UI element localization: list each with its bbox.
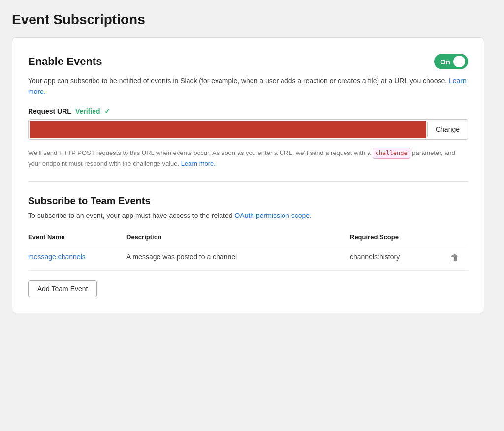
page-title: Event Subscriptions	[12, 12, 492, 28]
change-url-button[interactable]: Change	[427, 122, 468, 137]
toggle-label: On	[440, 58, 450, 66]
col-header-description: Description	[126, 229, 350, 246]
helper-text: We'll send HTTP POST requests to this UR…	[28, 148, 468, 169]
helper-learn-more-link[interactable]: Learn more.	[181, 160, 216, 167]
event-delete-cell: 🗑	[448, 246, 468, 270]
main-card: Enable Events On Your app can subscribe …	[12, 37, 484, 313]
event-name-cell: message.channels	[28, 246, 126, 270]
col-header-required-scope: Required Scope	[350, 229, 448, 246]
toggle-circle	[453, 56, 465, 67]
oauth-scope-link[interactable]: OAuth permission scope.	[234, 212, 311, 219]
subscribe-section-description: To subscribe to an event, your app must …	[28, 212, 468, 219]
challenge-code-tag: challenge	[373, 148, 410, 159]
subscribe-section-title: Subscribe to Team Events	[28, 195, 468, 207]
url-redacted-bar	[30, 121, 426, 138]
enable-events-title: Enable Events	[28, 55, 102, 68]
verified-badge: Verified	[75, 107, 100, 115]
events-table: Event Name Description Required Scope me…	[28, 229, 468, 271]
col-header-event-name: Event Name	[28, 229, 126, 246]
event-name-link[interactable]: message.channels	[28, 253, 86, 261]
event-scope-cell: channels:history	[350, 246, 448, 270]
verified-checkmark: ✓	[104, 107, 110, 115]
table-header-row: Event Name Description Required Scope	[28, 229, 468, 246]
delete-event-button[interactable]: 🗑	[448, 253, 461, 263]
table-row: message.channelsA message was posted to …	[28, 246, 468, 270]
request-url-label-row: Request URL Verified ✓	[28, 107, 468, 115]
enable-events-description: Your app can subscribe to be notified of…	[28, 75, 468, 97]
section-divider	[28, 181, 468, 182]
add-team-event-button[interactable]: Add Team Event	[28, 280, 97, 297]
enable-events-header: Enable Events On	[28, 54, 468, 69]
event-description-cell: A message was posted to a channel	[126, 246, 350, 270]
col-header-action	[448, 229, 468, 246]
enable-events-toggle[interactable]: On	[434, 54, 468, 69]
url-input-row: Change	[28, 119, 468, 140]
